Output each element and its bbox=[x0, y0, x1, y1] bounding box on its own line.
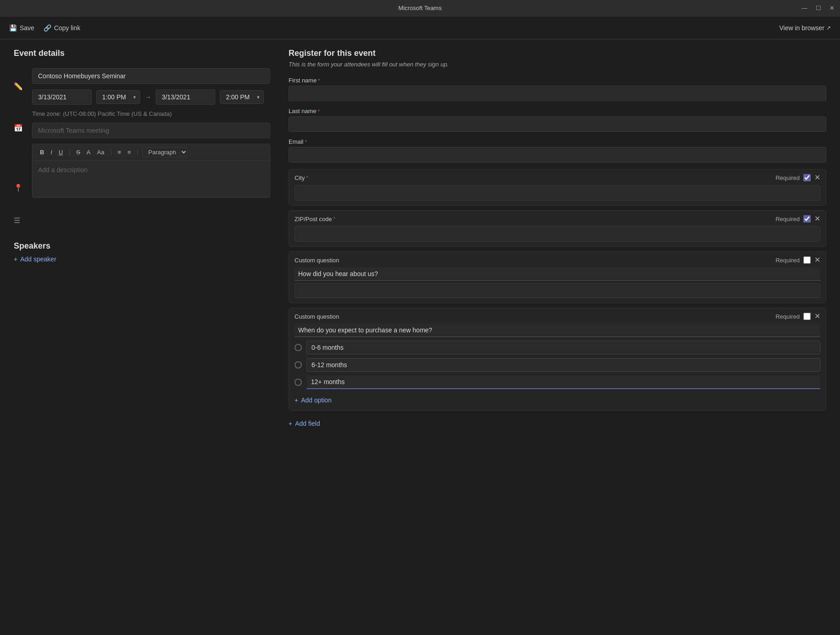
custom-q2-required-checkbox[interactable] bbox=[803, 313, 811, 320]
minimize-button[interactable]: — bbox=[802, 5, 807, 11]
radio-option-1 bbox=[295, 341, 820, 354]
datetime-row: 3/13/2021 1:00 PM → 3/13/2021 2:00 PM bbox=[32, 89, 270, 105]
add-field-button[interactable]: + Add field bbox=[289, 418, 320, 429]
custom-question-2-header: Custom question Required ✕ bbox=[295, 313, 820, 320]
register-title: Register for this event bbox=[289, 49, 826, 58]
radio-btn-1[interactable] bbox=[295, 344, 302, 351]
save-label: Save bbox=[20, 24, 34, 32]
last-name-input[interactable] bbox=[289, 116, 826, 132]
editor-divider-1 bbox=[69, 149, 70, 156]
right-panel: Register for this event This is the form… bbox=[289, 49, 826, 626]
plus-icon-field: + bbox=[289, 420, 292, 427]
custom-question-2-controls: Required ✕ bbox=[775, 313, 820, 320]
toolbar-left: 💾 Save 🔗 Copy link bbox=[9, 24, 81, 32]
description-icon: ☰ bbox=[14, 216, 25, 225]
event-name-input[interactable] bbox=[32, 68, 270, 84]
radio-btn-2[interactable] bbox=[295, 361, 302, 369]
title-bar: Microsoft Teams — ☐ ✕ bbox=[0, 0, 840, 16]
speakers-title: Speakers bbox=[14, 241, 270, 251]
highlight-button[interactable]: A bbox=[85, 148, 93, 157]
bold-button[interactable]: B bbox=[38, 148, 46, 157]
city-input[interactable] bbox=[295, 185, 820, 201]
description-editor: B I U S A Aa ≡ ≡ Paragraph bbox=[32, 144, 270, 198]
editor-toolbar: B I U S A Aa ≡ ≡ Paragraph bbox=[33, 144, 270, 161]
main-content: Event details ✏️ 📅 📍 ☰ 3/13/2021 bbox=[0, 39, 840, 635]
radio-option-3-input[interactable] bbox=[306, 375, 820, 389]
radio-option-2 bbox=[295, 358, 820, 372]
link-icon: 🔗 bbox=[44, 24, 51, 32]
window-controls: — ☐ ✕ bbox=[802, 5, 835, 11]
zip-required-checkbox[interactable] bbox=[803, 215, 811, 223]
custom-question-2-group: Custom question Required ✕ bbox=[289, 308, 826, 411]
arrow-right-icon: → bbox=[145, 93, 151, 101]
start-date-input[interactable]: 3/13/2021 bbox=[32, 89, 92, 105]
underline-button[interactable]: U bbox=[57, 148, 65, 157]
radio-option-1-input[interactable] bbox=[306, 341, 820, 354]
radio-btn-3[interactable] bbox=[295, 379, 302, 386]
add-field-row: + Add field bbox=[289, 418, 826, 429]
close-button[interactable]: ✕ bbox=[829, 5, 835, 11]
bullet-list-button[interactable]: ≡ bbox=[125, 148, 133, 157]
last-name-label: Last name * bbox=[289, 108, 826, 114]
custom-question-1-answer-area[interactable] bbox=[295, 283, 820, 298]
first-name-required-star: * bbox=[318, 78, 320, 83]
custom-q2-close-button[interactable]: ✕ bbox=[814, 313, 820, 320]
timezone-text: Time zone: (UTC-08:00) Pacific Time (US … bbox=[32, 110, 270, 117]
email-input[interactable] bbox=[289, 147, 826, 163]
city-close-button[interactable]: ✕ bbox=[814, 174, 820, 181]
email-group: Email * bbox=[289, 138, 826, 163]
city-label: City * bbox=[295, 174, 308, 181]
add-option-row: + Add option bbox=[295, 395, 820, 406]
city-field-header: City * Required ✕ bbox=[295, 174, 820, 181]
custom-question-1-group: Custom question Required ✕ bbox=[289, 251, 826, 303]
radio-option-3 bbox=[295, 375, 820, 389]
custom-question-2-input[interactable] bbox=[295, 324, 820, 337]
copy-link-label: Copy link bbox=[54, 24, 81, 32]
end-time-select[interactable]: 2:00 PM bbox=[220, 90, 264, 104]
email-required-star: * bbox=[305, 139, 307, 145]
italic-button[interactable]: I bbox=[49, 148, 54, 157]
save-icon: 💾 bbox=[9, 24, 17, 32]
first-name-label: First name * bbox=[289, 77, 826, 84]
strikethrough-button[interactable]: S bbox=[74, 148, 82, 157]
zip-controls: Required ✕ bbox=[775, 215, 820, 223]
custom-question-1-controls: Required ✕ bbox=[775, 256, 820, 264]
view-in-browser-button[interactable]: View in browser ↗ bbox=[779, 24, 831, 32]
paragraph-select[interactable]: Paragraph bbox=[142, 147, 188, 157]
custom-question-1-input[interactable] bbox=[295, 267, 820, 281]
plus-icon: + bbox=[14, 255, 17, 263]
zip-field-header: ZIP/Post code * Required ✕ bbox=[295, 215, 820, 223]
city-required-checkbox[interactable] bbox=[803, 174, 811, 181]
zip-close-button[interactable]: ✕ bbox=[814, 215, 820, 223]
end-date-input[interactable]: 3/13/2021 bbox=[156, 89, 215, 105]
city-field-group: City * Required ✕ bbox=[289, 169, 826, 206]
numbered-list-button[interactable]: ≡ bbox=[116, 148, 123, 157]
external-link-icon: ↗ bbox=[826, 25, 831, 31]
font-size-button[interactable]: Aa bbox=[95, 148, 106, 157]
location-input[interactable] bbox=[32, 123, 270, 138]
maximize-button[interactable]: ☐ bbox=[816, 5, 821, 11]
email-label: Email * bbox=[289, 138, 826, 145]
zip-label: ZIP/Post code * bbox=[295, 216, 335, 223]
add-option-button[interactable]: + Add option bbox=[295, 395, 332, 406]
custom-q1-close-button[interactable]: ✕ bbox=[814, 256, 820, 264]
editor-divider-2 bbox=[111, 149, 111, 156]
first-name-input[interactable] bbox=[289, 86, 826, 101]
location-icon: 📍 bbox=[14, 184, 25, 192]
save-button[interactable]: 💾 Save bbox=[9, 24, 34, 32]
zip-field-group: ZIP/Post code * Required ✕ bbox=[289, 210, 826, 247]
toolbar: 💾 Save 🔗 Copy link View in browser ↗ bbox=[0, 16, 840, 39]
edit-icon: ✏️ bbox=[14, 82, 25, 91]
editor-divider-3 bbox=[137, 149, 138, 156]
copy-link-button[interactable]: 🔗 Copy link bbox=[44, 24, 81, 32]
view-in-browser-label: View in browser bbox=[779, 24, 824, 32]
custom-question-1-header: Custom question Required ✕ bbox=[295, 256, 820, 264]
speakers-section: Speakers + Add speaker bbox=[14, 241, 270, 265]
custom-question-1-label: Custom question bbox=[295, 257, 339, 264]
add-speaker-button[interactable]: + Add speaker bbox=[14, 254, 56, 265]
description-body[interactable]: Add a description bbox=[33, 161, 270, 197]
radio-option-2-input[interactable] bbox=[306, 358, 820, 372]
zip-input[interactable] bbox=[295, 226, 820, 242]
custom-q1-required-checkbox[interactable] bbox=[803, 256, 811, 264]
start-time-select[interactable]: 1:00 PM bbox=[96, 90, 140, 104]
